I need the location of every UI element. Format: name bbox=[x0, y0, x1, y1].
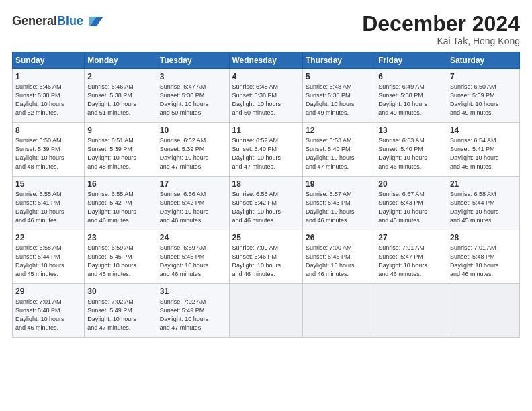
day-number: 15 bbox=[15, 179, 81, 189]
day-number: 3 bbox=[160, 71, 226, 82]
day-info: Sunrise: 7:02 AM Sunset: 5:49 PM Dayligh… bbox=[87, 298, 136, 330]
day-cell: 30Sunrise: 7:02 AM Sunset: 5:49 PM Dayli… bbox=[85, 284, 157, 338]
day-info: Sunrise: 6:51 AM Sunset: 5:39 PM Dayligh… bbox=[87, 137, 136, 169]
day-cell: 23Sunrise: 6:59 AM Sunset: 5:45 PM Dayli… bbox=[85, 230, 157, 284]
page: GeneralBlue December 2024 Kai Tak, Hong … bbox=[0, 0, 532, 411]
header-saturday: Saturday bbox=[447, 52, 519, 69]
day-cell: 10Sunrise: 6:52 AM Sunset: 5:39 PM Dayli… bbox=[157, 123, 229, 177]
day-info: Sunrise: 6:46 AM Sunset: 5:38 PM Dayligh… bbox=[87, 83, 136, 116]
day-info: Sunrise: 6:52 AM Sunset: 5:39 PM Dayligh… bbox=[160, 137, 209, 169]
day-number: 16 bbox=[87, 179, 153, 189]
day-number: 13 bbox=[378, 125, 444, 136]
header-wednesday: Wednesday bbox=[229, 52, 302, 69]
day-number: 23 bbox=[87, 232, 153, 243]
day-number: 2 bbox=[87, 71, 153, 82]
day-cell: 28Sunrise: 7:01 AM Sunset: 5:48 PM Dayli… bbox=[447, 230, 519, 284]
day-cell bbox=[447, 284, 519, 338]
day-cell: 20Sunrise: 6:57 AM Sunset: 5:43 PM Dayli… bbox=[375, 177, 447, 230]
day-info: Sunrise: 7:02 AM Sunset: 5:49 PM Dayligh… bbox=[160, 298, 209, 330]
day-info: Sunrise: 6:53 AM Sunset: 5:40 PM Dayligh… bbox=[306, 137, 355, 169]
day-info: Sunrise: 6:59 AM Sunset: 5:45 PM Dayligh… bbox=[87, 244, 136, 277]
header-thursday: Thursday bbox=[302, 52, 375, 69]
day-number: 9 bbox=[87, 125, 153, 136]
header-sunday: Sunday bbox=[13, 52, 85, 69]
day-info: Sunrise: 6:58 AM Sunset: 5:44 PM Dayligh… bbox=[15, 244, 64, 277]
week-row-3: 22Sunrise: 6:58 AM Sunset: 5:44 PM Dayli… bbox=[13, 230, 520, 284]
logo-general: General bbox=[12, 14, 57, 28]
day-info: Sunrise: 6:59 AM Sunset: 5:45 PM Dayligh… bbox=[160, 244, 209, 277]
day-cell bbox=[229, 284, 302, 338]
day-number: 22 bbox=[15, 232, 81, 243]
day-info: Sunrise: 6:57 AM Sunset: 5:43 PM Dayligh… bbox=[306, 191, 355, 223]
day-number: 27 bbox=[378, 232, 444, 243]
logo-icon bbox=[85, 12, 103, 31]
day-number: 1 bbox=[15, 71, 81, 82]
day-info: Sunrise: 7:01 AM Sunset: 5:48 PM Dayligh… bbox=[450, 244, 499, 277]
logo-blue: Blue bbox=[57, 14, 83, 28]
day-number: 17 bbox=[160, 179, 226, 189]
day-number: 26 bbox=[306, 232, 372, 243]
day-number: 7 bbox=[450, 71, 517, 82]
day-cell: 21Sunrise: 6:58 AM Sunset: 5:44 PM Dayli… bbox=[447, 177, 519, 230]
day-cell: 15Sunrise: 6:55 AM Sunset: 5:41 PM Dayli… bbox=[13, 177, 85, 230]
day-info: Sunrise: 6:49 AM Sunset: 5:38 PM Dayligh… bbox=[378, 83, 427, 116]
day-cell: 18Sunrise: 6:56 AM Sunset: 5:42 PM Dayli… bbox=[229, 177, 302, 230]
day-cell: 1Sunrise: 6:46 AM Sunset: 5:38 PM Daylig… bbox=[13, 69, 85, 123]
header-friday: Friday bbox=[375, 52, 447, 69]
day-number: 12 bbox=[306, 125, 372, 136]
week-row-0: 1Sunrise: 6:46 AM Sunset: 5:38 PM Daylig… bbox=[13, 69, 520, 123]
calendar-subtitle: Kai Tak, Hong Kong bbox=[362, 36, 520, 46]
day-cell bbox=[375, 284, 447, 338]
day-info: Sunrise: 6:52 AM Sunset: 5:40 PM Dayligh… bbox=[232, 137, 281, 169]
day-info: Sunrise: 6:48 AM Sunset: 5:38 PM Dayligh… bbox=[232, 83, 281, 116]
day-cell: 26Sunrise: 7:00 AM Sunset: 5:46 PM Dayli… bbox=[302, 230, 375, 284]
title-block: December 2024 Kai Tak, Hong Kong bbox=[362, 12, 520, 46]
day-cell: 22Sunrise: 6:58 AM Sunset: 5:44 PM Dayli… bbox=[13, 230, 85, 284]
day-info: Sunrise: 7:01 AM Sunset: 5:47 PM Dayligh… bbox=[378, 244, 427, 277]
day-number: 20 bbox=[378, 179, 444, 189]
day-number: 21 bbox=[450, 179, 517, 189]
day-number: 8 bbox=[15, 125, 81, 136]
day-cell: 14Sunrise: 6:54 AM Sunset: 5:41 PM Dayli… bbox=[447, 123, 519, 177]
day-info: Sunrise: 7:00 AM Sunset: 5:46 PM Dayligh… bbox=[232, 244, 281, 277]
day-info: Sunrise: 6:50 AM Sunset: 5:39 PM Dayligh… bbox=[15, 137, 64, 169]
day-info: Sunrise: 6:54 AM Sunset: 5:41 PM Dayligh… bbox=[450, 137, 499, 169]
day-info: Sunrise: 7:01 AM Sunset: 5:48 PM Dayligh… bbox=[15, 298, 64, 330]
day-number: 11 bbox=[232, 125, 300, 136]
day-info: Sunrise: 6:48 AM Sunset: 5:38 PM Dayligh… bbox=[306, 83, 355, 116]
week-row-4: 29Sunrise: 7:01 AM Sunset: 5:48 PM Dayli… bbox=[13, 284, 520, 338]
day-cell: 2Sunrise: 6:46 AM Sunset: 5:38 PM Daylig… bbox=[85, 69, 157, 123]
day-info: Sunrise: 6:56 AM Sunset: 5:42 PM Dayligh… bbox=[160, 191, 209, 223]
day-number: 28 bbox=[450, 232, 517, 243]
day-cell: 8Sunrise: 6:50 AM Sunset: 5:39 PM Daylig… bbox=[13, 123, 85, 177]
day-cell: 12Sunrise: 6:53 AM Sunset: 5:40 PM Dayli… bbox=[302, 123, 375, 177]
day-cell: 5Sunrise: 6:48 AM Sunset: 5:38 PM Daylig… bbox=[302, 69, 375, 123]
header-tuesday: Tuesday bbox=[157, 52, 229, 69]
day-number: 24 bbox=[160, 232, 226, 243]
day-cell: 17Sunrise: 6:56 AM Sunset: 5:42 PM Dayli… bbox=[157, 177, 229, 230]
day-info: Sunrise: 6:46 AM Sunset: 5:38 PM Dayligh… bbox=[15, 83, 64, 116]
day-info: Sunrise: 6:53 AM Sunset: 5:40 PM Dayligh… bbox=[378, 137, 427, 169]
day-cell: 24Sunrise: 6:59 AM Sunset: 5:45 PM Dayli… bbox=[157, 230, 229, 284]
week-row-2: 15Sunrise: 6:55 AM Sunset: 5:41 PM Dayli… bbox=[13, 177, 520, 230]
day-number: 14 bbox=[450, 125, 517, 136]
day-info: Sunrise: 6:55 AM Sunset: 5:41 PM Dayligh… bbox=[15, 191, 64, 223]
day-cell: 4Sunrise: 6:48 AM Sunset: 5:38 PM Daylig… bbox=[229, 69, 302, 123]
day-number: 10 bbox=[160, 125, 226, 136]
day-number: 29 bbox=[15, 286, 81, 297]
day-cell: 7Sunrise: 6:50 AM Sunset: 5:39 PM Daylig… bbox=[447, 69, 519, 123]
day-cell: 31Sunrise: 7:02 AM Sunset: 5:49 PM Dayli… bbox=[157, 284, 229, 338]
day-number: 5 bbox=[306, 71, 372, 82]
header-monday: Monday bbox=[85, 52, 157, 69]
day-info: Sunrise: 6:58 AM Sunset: 5:44 PM Dayligh… bbox=[450, 191, 499, 223]
day-cell: 29Sunrise: 7:01 AM Sunset: 5:48 PM Dayli… bbox=[13, 284, 85, 338]
day-number: 19 bbox=[306, 179, 372, 189]
day-number: 4 bbox=[232, 71, 300, 82]
day-cell: 19Sunrise: 6:57 AM Sunset: 5:43 PM Dayli… bbox=[302, 177, 375, 230]
header-row: SundayMondayTuesdayWednesdayThursdayFrid… bbox=[13, 52, 520, 69]
day-cell: 9Sunrise: 6:51 AM Sunset: 5:39 PM Daylig… bbox=[85, 123, 157, 177]
day-cell bbox=[302, 284, 375, 338]
day-cell: 6Sunrise: 6:49 AM Sunset: 5:38 PM Daylig… bbox=[375, 69, 447, 123]
day-info: Sunrise: 6:50 AM Sunset: 5:39 PM Dayligh… bbox=[450, 83, 499, 116]
logo: GeneralBlue bbox=[12, 12, 103, 31]
